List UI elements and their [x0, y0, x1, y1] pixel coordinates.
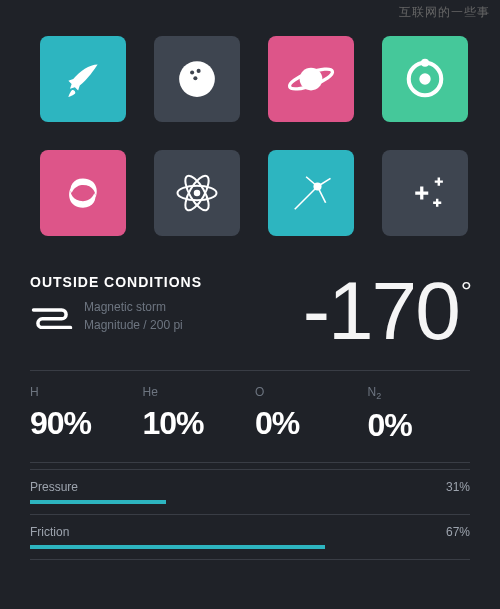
- svg-line-17: [306, 177, 317, 187]
- tile-satellite[interactable]: [268, 150, 354, 236]
- tile-galaxy[interactable]: [40, 150, 126, 236]
- bar-pressure-fill: [30, 500, 166, 504]
- comp-o: O 0%: [255, 385, 358, 444]
- conditions-subtext: Magnetic storm Magnitude / 200 pi: [84, 298, 183, 334]
- bar-friction: Friction 67%: [30, 515, 470, 560]
- divider-2: [30, 462, 470, 463]
- watermark-text: 互联网的一些事: [399, 4, 490, 21]
- svg-line-15: [318, 178, 331, 186]
- rocket-icon: [57, 53, 109, 105]
- wave-icon: [30, 303, 74, 329]
- tile-rocket[interactable]: [40, 36, 126, 122]
- svg-point-3: [193, 76, 197, 80]
- comp-h: H 90%: [30, 385, 133, 444]
- tile-orbit[interactable]: [382, 36, 468, 122]
- svg-line-16: [318, 187, 326, 203]
- planet-icon: [285, 53, 337, 105]
- composition-row: H 90% He 10% O 0% N2 0%: [0, 385, 500, 444]
- svg-point-7: [419, 73, 430, 84]
- comp-he: He 10%: [143, 385, 246, 444]
- galaxy-icon: [57, 167, 109, 219]
- sparkle-icon: [399, 167, 451, 219]
- svg-point-2: [197, 69, 201, 73]
- divider-1: [30, 370, 470, 371]
- atom-icon: [171, 167, 223, 219]
- conditions-title: OUTSIDE CONDITIONS: [30, 274, 202, 290]
- svg-point-8: [421, 59, 429, 67]
- svg-line-14: [295, 187, 318, 210]
- tile-sparkle[interactable]: [382, 150, 468, 236]
- orbit-icon: [399, 53, 451, 105]
- bar-friction-fill: [30, 545, 325, 549]
- temperature-display: -170°: [218, 274, 470, 348]
- tile-atom[interactable]: [154, 150, 240, 236]
- bowling-ball-icon: [171, 53, 223, 105]
- comp-n2: N2 0%: [368, 385, 471, 444]
- svg-point-9: [194, 190, 201, 197]
- bars-panel: Pressure 31% Friction 67%: [0, 469, 500, 560]
- conditions-panel: OUTSIDE CONDITIONS Magnetic storm Magnit…: [0, 274, 500, 348]
- tile-planet[interactable]: [268, 36, 354, 122]
- tile-bowling[interactable]: [154, 36, 240, 122]
- svg-point-1: [190, 70, 194, 74]
- bar-pressure: Pressure 31%: [30, 469, 470, 515]
- icon-grid: [0, 0, 500, 256]
- satellite-icon: [285, 167, 337, 219]
